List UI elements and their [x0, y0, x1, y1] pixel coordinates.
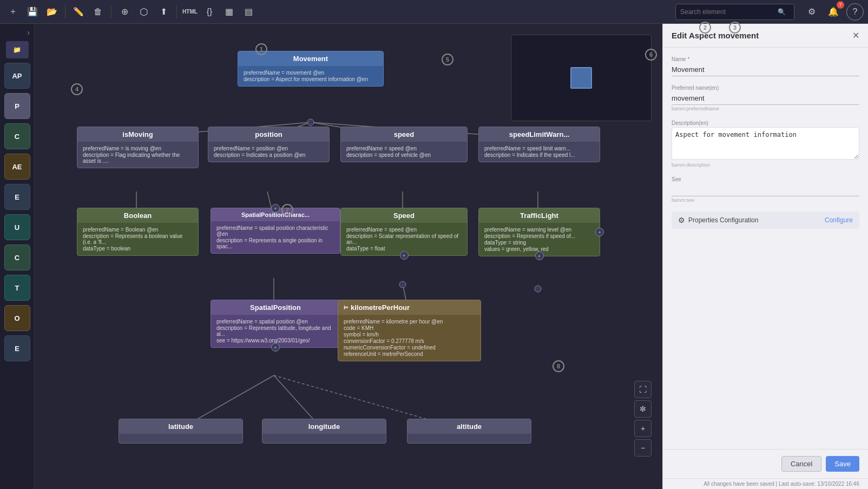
field-name-input[interactable] — [672, 63, 859, 76]
settings-button[interactable]: ⚙ — [803, 3, 820, 21]
zoom-out-button[interactable]: − — [634, 439, 652, 457]
node-altitude[interactable]: altitude — [407, 419, 531, 444]
field-see-label: See — [672, 176, 859, 182]
sidebar-item-e1[interactable]: E — [4, 184, 30, 210]
save-button[interactable]: 💾 — [24, 3, 41, 21]
canvas[interactable]: Movement preferredName = movement @en de… — [35, 24, 662, 489]
save-button[interactable]: Save — [826, 456, 859, 472]
field-group-name: Name * — [672, 56, 859, 76]
minimap-inner — [511, 35, 651, 121]
node-longitude[interactable]: longitude — [262, 419, 386, 444]
edit-panel-body: Name * Preferred name(en) bamm:preferred… — [663, 48, 868, 449]
sidebar-item-t[interactable]: T — [4, 275, 30, 301]
minimap-thumb — [570, 67, 592, 89]
sidebar-item-e2[interactable]: E — [4, 335, 30, 361]
status-bar: All changes have been saved | Last auto-… — [663, 478, 868, 489]
main-layout: › 📁 AP P C AE E U C T O E — [0, 24, 868, 489]
help-button[interactable]: ? — [846, 3, 864, 21]
node-connect-top[interactable]: + — [271, 204, 280, 213]
sidebar-toggle[interactable]: › — [23, 26, 34, 39]
sidebar-item-ap[interactable]: AP — [4, 63, 30, 89]
node-speed[interactable]: speed preferredName = speed @en descript… — [340, 127, 468, 162]
node-spatialpos-connect-bottom[interactable]: + — [271, 343, 280, 352]
export-button[interactable]: ⬆ — [155, 3, 172, 21]
node-kilometre[interactable]: ⊨ kilometrePerHour preferredName = kilom… — [338, 300, 481, 361]
fit-button[interactable]: ⛶ — [634, 381, 652, 398]
node-trafficlight-connect-bottom[interactable]: + — [535, 252, 544, 260]
node-speed-connect-bottom[interactable]: + — [400, 251, 409, 260]
circle-6: 6 — [645, 49, 657, 61]
html-button[interactable]: HTML — [181, 3, 199, 21]
minimap — [511, 35, 652, 121]
toolbar-right: ⚙ 🔔 7 ? — [803, 3, 864, 21]
circle-2: 2 — [699, 22, 711, 34]
node-spatialposition[interactable]: SpatialPosition preferredName = spatial … — [211, 300, 340, 348]
svg-point-14 — [399, 281, 406, 288]
properties-config-row: ⚙ Properties Configuration Configure — [672, 212, 859, 229]
field-see-sublabel: bamm:see — [672, 197, 859, 203]
circle-1: 1 — [255, 43, 267, 55]
node-spatialposcharac[interactable]: SpatialPositionCharac... preferredName =… — [211, 208, 340, 254]
node-boolean[interactable]: Boolean preferredName = Boolean @en desc… — [77, 208, 199, 256]
separator — [65, 5, 65, 18]
sidebar-item-ae[interactable]: AE — [4, 154, 30, 180]
edit-close-button[interactable]: ✕ — [852, 30, 859, 41]
notification-button[interactable]: 🔔 7 — [825, 3, 842, 21]
fullscreen-button[interactable]: ✼ — [634, 400, 652, 418]
field-group-preferred-name: Preferred name(en) bamm:preferredName — [672, 85, 859, 111]
edit-button[interactable]: ✏️ — [70, 3, 87, 21]
sidebar-item-c2[interactable]: C — [4, 244, 30, 270]
field-name-label: Name * — [672, 56, 859, 62]
code-button[interactable]: {} — [201, 3, 218, 21]
node-ismoving[interactable]: isMoving preferredName = is moving @en d… — [77, 127, 199, 168]
field-description-textarea[interactable]: Aspect for movement information — [672, 127, 859, 160]
sidebar: › 📁 AP P C AE E U C T O E — [0, 24, 35, 489]
field-preferred-input[interactable] — [672, 92, 859, 105]
cancel-button[interactable]: Cancel — [781, 456, 821, 472]
sidebar-item-p[interactable]: P — [4, 93, 30, 119]
field-see-input[interactable] — [672, 183, 859, 196]
field-group-description: Description(en) Aspect for movement info… — [672, 120, 859, 168]
add-button[interactable]: ＋ — [4, 3, 22, 21]
link-button[interactable]: ⬡ — [135, 3, 153, 21]
node-trafficlight-connect[interactable]: + — [595, 228, 604, 236]
node-speedlimit[interactable]: speedLimitWarn... preferredName = speed … — [478, 127, 600, 162]
search-input[interactable] — [680, 8, 778, 16]
svg-point-15 — [535, 286, 541, 292]
search-container: 🔍 — [675, 4, 794, 20]
zoom-in-button[interactable]: + — [634, 420, 652, 437]
field-description-label: Description(en) — [672, 120, 859, 126]
circle-3: 3 — [729, 22, 741, 34]
sidebar-item-o[interactable]: O — [4, 305, 30, 331]
configure-button[interactable]: Configure — [825, 216, 853, 224]
edit-panel-footer: Cancel Save — [663, 449, 868, 478]
grid-button[interactable]: ▤ — [240, 3, 257, 21]
circle-8: 8 — [553, 360, 564, 372]
connect-button[interactable]: ⊕ — [116, 3, 133, 21]
field-preferred-label: Preferred name(en) — [672, 85, 859, 91]
edit-panel: 6 2 3 Edit Aspect movement ✕ Name * Pref… — [662, 24, 868, 489]
template-button[interactable]: ▦ — [220, 3, 238, 21]
delete-button[interactable]: 🗑 — [89, 3, 107, 21]
search-icon: 🔍 — [778, 8, 786, 16]
open-button[interactable]: 📂 — [43, 3, 61, 21]
node-movement[interactable]: Movement preferredName = movement @en de… — [238, 51, 384, 87]
notification-badge: 7 — [837, 1, 844, 9]
circle-5: 5 — [442, 54, 453, 65]
node-speed-entity[interactable]: Speed preferredName = speed @en descript… — [340, 208, 468, 256]
circle-7: 7 — [281, 204, 293, 216]
field-description-sublabel: bamm:description — [672, 162, 859, 168]
node-position[interactable]: position preferredName = position @en de… — [208, 127, 330, 162]
node-trafficlight[interactable]: TrafficLight preferredName = warning lev… — [478, 208, 600, 256]
edit-panel-title: Edit Aspect movement — [672, 31, 759, 40]
field-preferred-sublabel: bamm:preferredName — [672, 106, 859, 111]
sidebar-folder-icon[interactable]: 📁 — [6, 41, 29, 58]
map-controls: ⛶ ✼ + − — [634, 381, 652, 457]
field-group-see: See bamm:see — [672, 176, 859, 203]
svg-point-13 — [307, 119, 314, 125]
separator — [176, 5, 177, 18]
edit-panel-header: Edit Aspect movement ✕ — [663, 24, 868, 48]
node-latitude[interactable]: latitude — [119, 419, 243, 444]
sidebar-item-u[interactable]: U — [4, 214, 30, 240]
sidebar-item-c1[interactable]: C — [4, 123, 30, 149]
